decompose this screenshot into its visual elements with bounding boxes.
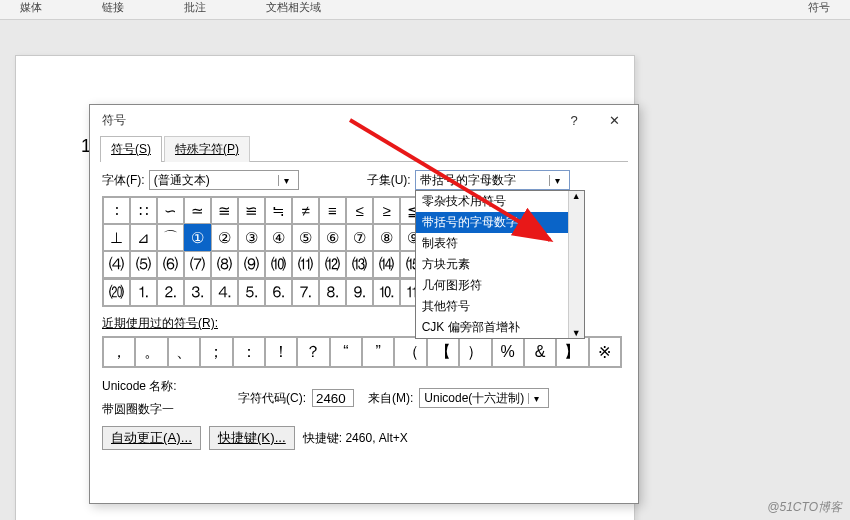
symbol-cell[interactable]: ⒇ <box>103 279 130 306</box>
recent-symbol-cell[interactable]: ※ <box>589 337 621 367</box>
symbol-cell[interactable]: ⑾ <box>292 251 319 278</box>
tab-symbols[interactable]: 符号(S) <box>100 136 162 162</box>
symbol-cell[interactable]: ⒎ <box>292 279 319 306</box>
symbol-cell[interactable]: ∷ <box>130 197 157 224</box>
symbol-cell[interactable]: ⒀ <box>346 251 373 278</box>
from-label: 来自(M): <box>368 390 413 407</box>
recent-symbol-cell[interactable]: ， <box>103 337 135 367</box>
symbol-cell[interactable]: ⊿ <box>130 224 157 251</box>
font-value: (普通文本) <box>154 172 210 189</box>
symbol-cell[interactable]: ⑽ <box>265 251 292 278</box>
symbol-cell[interactable]: ≃ <box>184 197 211 224</box>
ribbon-item[interactable]: 文档相关域 <box>266 0 321 15</box>
chevron-down-icon: ▾ <box>549 175 565 186</box>
chevron-down-icon: ▾ <box>278 175 294 186</box>
ribbon-item[interactable]: 批注 <box>184 0 206 15</box>
symbol-cell[interactable]: ⒐ <box>346 279 373 306</box>
shortcut-key-button[interactable]: 快捷键(K)... <box>209 426 295 450</box>
subset-select[interactable]: 带括号的字母数字 ▾ <box>415 170 570 190</box>
help-button[interactable]: ? <box>554 106 594 134</box>
tab-special-chars[interactable]: 特殊字符(P) <box>164 136 250 162</box>
symbol-cell[interactable]: ⒋ <box>211 279 238 306</box>
ribbon: 媒体 链接 批注 文档相关域 符号 <box>0 0 850 20</box>
symbol-cell[interactable]: ≒ <box>265 197 292 224</box>
shortcut-text: 快捷键: 2460, Alt+X <box>303 430 408 447</box>
recent-symbol-cell[interactable]: 。 <box>135 337 167 367</box>
symbol-cell[interactable]: ≤ <box>346 197 373 224</box>
subset-option[interactable]: 几何图形符 <box>416 275 568 296</box>
chevron-down-icon: ▾ <box>528 393 544 404</box>
symbol-cell[interactable]: ⑦ <box>346 224 373 251</box>
symbol-cell[interactable]: ⑥ <box>319 224 346 251</box>
symbol-cell[interactable]: ⒊ <box>184 279 211 306</box>
ribbon-item[interactable]: 符号 <box>808 0 830 15</box>
symbol-cell[interactable]: ⑻ <box>211 251 238 278</box>
symbol-cell[interactable]: ⒉ <box>157 279 184 306</box>
recent-symbol-cell[interactable]: 【 <box>427 337 459 367</box>
unicode-name-label: Unicode 名称: <box>102 378 232 395</box>
symbol-cell[interactable]: ≥ <box>373 197 400 224</box>
subset-option[interactable]: 带括号的字母数字 <box>416 212 568 233</box>
from-select[interactable]: Unicode(十六进制) ▾ <box>419 388 549 408</box>
recent-symbol-cell[interactable]: “ <box>330 337 362 367</box>
symbol-cell[interactable]: ⑷ <box>103 251 130 278</box>
symbol-cell[interactable]: ∶ <box>103 197 130 224</box>
font-label: 字体(F): <box>102 172 145 189</box>
symbol-cell[interactable]: ③ <box>238 224 265 251</box>
recent-symbol-cell[interactable]: ： <box>233 337 265 367</box>
symbol-cell[interactable]: ⑤ <box>292 224 319 251</box>
symbol-cell[interactable]: ⑿ <box>319 251 346 278</box>
subset-option[interactable]: 制表符 <box>416 233 568 254</box>
symbol-cell[interactable]: ④ <box>265 224 292 251</box>
subset-option[interactable]: 方块元素 <box>416 254 568 275</box>
symbol-cell[interactable]: ≠ <box>292 197 319 224</box>
symbol-cell[interactable]: ⑧ <box>373 224 400 251</box>
font-select[interactable]: (普通文本) ▾ <box>149 170 299 190</box>
dialog-title: 符号 <box>102 112 126 129</box>
autocorrect-button[interactable]: 自动更正(A)... <box>102 426 201 450</box>
symbol-cell[interactable]: ⒑ <box>373 279 400 306</box>
titlebar[interactable]: 符号 ? ✕ <box>90 105 638 135</box>
symbol-cell[interactable]: ≅ <box>211 197 238 224</box>
recent-symbol-cell[interactable]: 】 <box>556 337 588 367</box>
subset-option[interactable]: 零杂技术用符号 <box>416 191 568 212</box>
symbol-cell[interactable]: ≌ <box>238 197 265 224</box>
subset-option[interactable]: 其他符号 <box>416 296 568 317</box>
recent-symbol-cell[interactable]: 、 <box>168 337 200 367</box>
symbol-cell[interactable]: ⒁ <box>373 251 400 278</box>
symbol-cell[interactable]: ⌒ <box>157 224 184 251</box>
symbol-cell[interactable]: ⒏ <box>319 279 346 306</box>
symbol-grid: ∶∷∽≃≅≌≒≠≡≤≥≦⊥⊿⌒①②③④⑤⑥⑦⑧⑨⑷⑸⑹⑺⑻⑼⑽⑾⑿⒀⒁⒂ <box>102 196 442 279</box>
scrollbar[interactable]: ▲▼ <box>568 191 584 338</box>
symbol-cell[interactable]: ⒍ <box>265 279 292 306</box>
close-button[interactable]: ✕ <box>594 106 634 134</box>
symbol-cell[interactable]: ⒈ <box>130 279 157 306</box>
recent-symbol-cell[interactable]: % <box>492 337 524 367</box>
ribbon-item[interactable]: 媒体 <box>20 0 42 15</box>
symbol-cell[interactable]: ⑼ <box>238 251 265 278</box>
ribbon-item[interactable]: 链接 <box>102 0 124 15</box>
symbol-cell[interactable]: ≡ <box>319 197 346 224</box>
unicode-char-name: 带圆圈数字一 <box>102 401 232 418</box>
symbol-cell[interactable]: ⑹ <box>157 251 184 278</box>
symbol-cell[interactable]: ⒌ <box>238 279 265 306</box>
symbol-cell[interactable]: ② <box>211 224 238 251</box>
char-code-input[interactable] <box>312 389 354 407</box>
recent-symbol-cell[interactable]: ） <box>459 337 491 367</box>
subset-value: 带括号的字母数字 <box>420 172 516 189</box>
symbol-cell[interactable]: ∽ <box>157 197 184 224</box>
symbol-cell[interactable]: ① <box>184 224 211 251</box>
subset-label: 子集(U): <box>367 172 411 189</box>
symbol-cell[interactable]: ⑸ <box>130 251 157 278</box>
recent-symbol-cell[interactable]: ？ <box>297 337 329 367</box>
recent-symbol-cell[interactable]: ” <box>362 337 394 367</box>
symbol-cell[interactable]: ⊥ <box>103 224 130 251</box>
recent-symbol-cell[interactable]: ！ <box>265 337 297 367</box>
recent-symbol-cell[interactable]: ； <box>200 337 232 367</box>
char-code-label: 字符代码(C): <box>238 390 306 407</box>
subset-dropdown: 零杂技术用符号带括号的字母数字制表符方块元素几何图形符其他符号CJK 偏旁部首增… <box>415 190 585 339</box>
recent-symbol-cell[interactable]: & <box>524 337 556 367</box>
subset-option[interactable]: CJK 偏旁部首增补 <box>416 317 568 338</box>
symbol-cell[interactable]: ⑺ <box>184 251 211 278</box>
recent-symbol-cell[interactable]: （ <box>394 337 426 367</box>
